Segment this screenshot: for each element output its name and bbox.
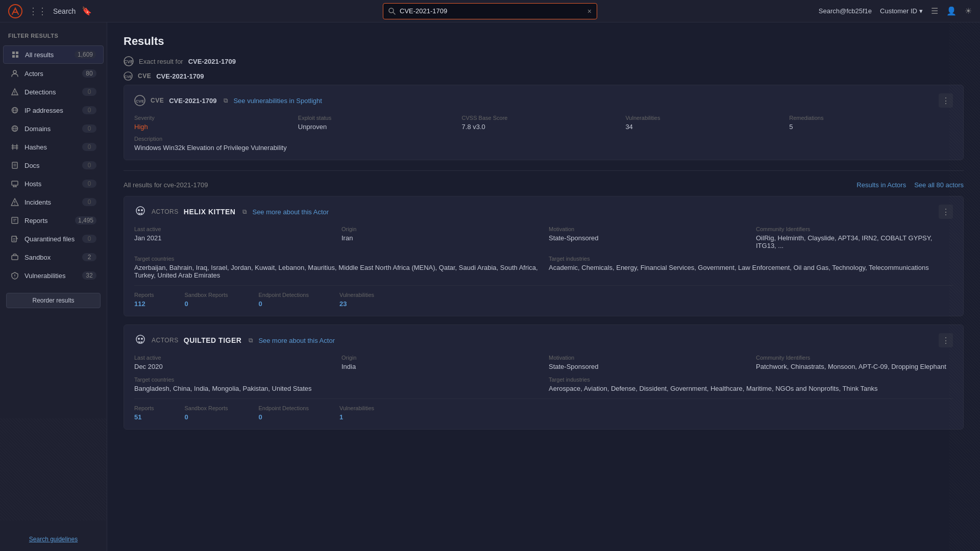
- sidebar-item-sandbox[interactable]: Sandbox 2: [3, 248, 104, 266]
- helix-kitten-header: Actors HELIX KITTEN ⧉ See more about thi…: [134, 205, 953, 219]
- sidebar-item-detections[interactable]: Detections 0: [3, 83, 104, 101]
- svg-rect-3: [12, 52, 15, 54]
- quilted-motivation-value: State-Sponsored: [549, 363, 746, 370]
- sandbox-icon: [10, 253, 19, 262]
- helix-sandbox-stat: Sandbox Reports 0: [185, 292, 228, 308]
- copy-id-button[interactable]: ⧉: [224, 97, 228, 104]
- sidebar-item-actors[interactable]: Actors 80: [3, 65, 104, 82]
- quilted-target-countries: Target countries Bangladesh, China, Indi…: [134, 377, 538, 392]
- quilted-sandbox-value[interactable]: 0: [185, 413, 228, 421]
- nav-dots-icon[interactable]: ⋮⋮: [29, 6, 47, 17]
- helix-origin-value: Iran: [341, 234, 538, 242]
- customer-id-selector[interactable]: Customer ID ▾: [880, 7, 923, 15]
- user-profile-icon[interactable]: 👤: [946, 6, 957, 16]
- quilted-community-ids-label: Community Identifiers: [756, 355, 953, 361]
- reorder-results-button[interactable]: Reorder results: [6, 293, 101, 308]
- svg-point-47: [138, 338, 140, 340]
- svg-point-25: [14, 204, 15, 205]
- exact-result-header: CVE Exact result for CVE-2021-1709: [124, 56, 964, 66]
- helix-endpoint-stat: Endpoint Detections 0: [259, 292, 309, 308]
- notifications-icon[interactable]: ☰: [931, 6, 938, 16]
- helix-countries-grid: Target countries Azerbaijan, Bahrain, Ir…: [134, 256, 953, 279]
- cve-card-id: CVE-2021-1709: [169, 97, 216, 105]
- quilted-copy-button[interactable]: ⧉: [249, 337, 253, 344]
- cve-card-type: CVE: [151, 97, 164, 104]
- main-content: Results CVE Exact result for CVE-2021-17…: [107, 22, 980, 551]
- actor-skull-icon-helix: [134, 206, 146, 218]
- sidebar-item-quarantined-files[interactable]: Quarantined files 0: [3, 230, 104, 247]
- helix-reports-label: Reports: [134, 292, 154, 298]
- quilted-reports-value[interactable]: 51: [134, 413, 154, 421]
- all-results-header: All results for cve-2021-1709 Results in…: [124, 181, 964, 189]
- helix-target-countries: Target countries Azerbaijan, Bahrain, Ir…: [134, 256, 538, 279]
- spotlight-link[interactable]: See vulnerabilities in Spotlight: [233, 97, 322, 105]
- helix-actor-type-label: Actors: [152, 208, 179, 215]
- nav-search-label: Search: [53, 7, 76, 15]
- exploit-status-value: Unproven: [298, 123, 462, 131]
- sidebar-item-vulnerabilities[interactable]: Vulnerabilities 32: [3, 267, 104, 284]
- cve-meta-grid: Severity High Exploit status Unproven CV…: [134, 115, 953, 131]
- quilted-endpoint-stat: Endpoint Detections 0: [259, 405, 309, 421]
- svg-rect-26: [12, 217, 18, 223]
- search-guidelines-link[interactable]: Search guidelines: [0, 532, 107, 545]
- sidebar-count-actors: 80: [82, 69, 96, 78]
- quarantined-files-icon: [10, 234, 19, 243]
- search-input[interactable]: [400, 7, 583, 15]
- sidebar-item-reports[interactable]: Reports 1,495: [3, 212, 104, 229]
- quilted-endpoint-value[interactable]: 0: [259, 413, 309, 421]
- quilted-vuln-stat: Vulnerabilities 1: [339, 405, 374, 421]
- sidebar-item-domains[interactable]: Domains 0: [3, 120, 104, 137]
- search-clear-button[interactable]: ×: [587, 7, 592, 15]
- helix-motivation-label: Motivation: [549, 226, 746, 232]
- description-row: Description Windows Win32k Elevation of …: [134, 136, 953, 152]
- results-in-actors-link[interactable]: Results in Actors: [856, 181, 906, 189]
- cve-card-more-button[interactable]: ⋮: [939, 93, 953, 108]
- settings-icon[interactable]: ☀: [965, 6, 972, 16]
- helix-see-more-link[interactable]: See more about this Actor: [252, 208, 329, 216]
- helix-endpoint-value[interactable]: 0: [259, 300, 309, 308]
- sidebar-item-hashes[interactable]: Hashes 0: [3, 138, 104, 156]
- cve-section-id: CVE-2021-1709: [156, 72, 204, 80]
- sidebar-count-docs: 0: [82, 161, 96, 169]
- quilted-target-countries-label: Target countries: [134, 377, 538, 383]
- sidebar-item-incidents[interactable]: Incidents 0: [3, 193, 104, 211]
- search-bar: ×: [383, 3, 597, 19]
- helix-copy-button[interactable]: ⧉: [242, 208, 247, 215]
- sidebar-item-docs[interactable]: Docs 0: [3, 157, 104, 174]
- sidebar-count-incidents: 0: [82, 198, 96, 206]
- svg-rect-5: [12, 55, 15, 58]
- helix-reports-value[interactable]: 112: [134, 300, 154, 308]
- cve-header-icon: CVE: [124, 56, 134, 66]
- quilted-meta-grid: Last active Dec 2020 Origin India Motiva…: [134, 355, 953, 370]
- quilted-last-active-label: Last active: [134, 355, 331, 361]
- quilted-reports-stat: Reports 51: [134, 405, 154, 421]
- bookmark-icon[interactable]: 🔖: [82, 6, 92, 16]
- actors-icon: [10, 69, 19, 78]
- helix-last-active-value: Jan 2021: [134, 234, 331, 242]
- helix-sandbox-value[interactable]: 0: [185, 300, 228, 308]
- sidebar-item-all-results[interactable]: All results 1,609: [3, 45, 104, 64]
- quilted-actor-name: QUILTED TIGER: [184, 336, 242, 344]
- quilted-sandbox-label: Sandbox Reports: [185, 405, 228, 411]
- svg-point-10: [14, 93, 15, 94]
- sidebar-count-vulnerabilities: 32: [82, 271, 96, 280]
- cve-card-icon: CVE: [134, 95, 145, 106]
- svg-rect-32: [12, 256, 18, 260]
- sidebar: Filter results All results 1,609: [0, 22, 107, 551]
- exploit-status-label: Exploit status: [298, 115, 462, 121]
- results-links: Results in Actors See all 80 actors: [856, 181, 964, 189]
- quilted-last-active-value: Dec 2020: [134, 363, 331, 370]
- quilted-vuln-value[interactable]: 1: [339, 413, 374, 421]
- quilted-stats-row: Reports 51 Sandbox Reports 0 Endpoint De…: [134, 398, 953, 421]
- sidebar-item-hosts[interactable]: Hosts 0: [3, 175, 104, 192]
- svg-rect-16: [12, 162, 17, 168]
- sidebar-label-incidents: Incidents: [24, 198, 77, 206]
- quilted-see-more-link[interactable]: See more about this Actor: [258, 337, 335, 344]
- helix-more-button[interactable]: ⋮: [939, 205, 953, 219]
- see-all-actors-link[interactable]: See all 80 actors: [914, 181, 964, 189]
- severity-label: Severity: [134, 115, 298, 121]
- helix-vuln-value[interactable]: 23: [339, 300, 374, 308]
- search-icon: [388, 8, 396, 15]
- quilted-more-button[interactable]: ⋮: [939, 333, 953, 347]
- sidebar-item-ip-addresses[interactable]: IP addresses 0: [3, 102, 104, 119]
